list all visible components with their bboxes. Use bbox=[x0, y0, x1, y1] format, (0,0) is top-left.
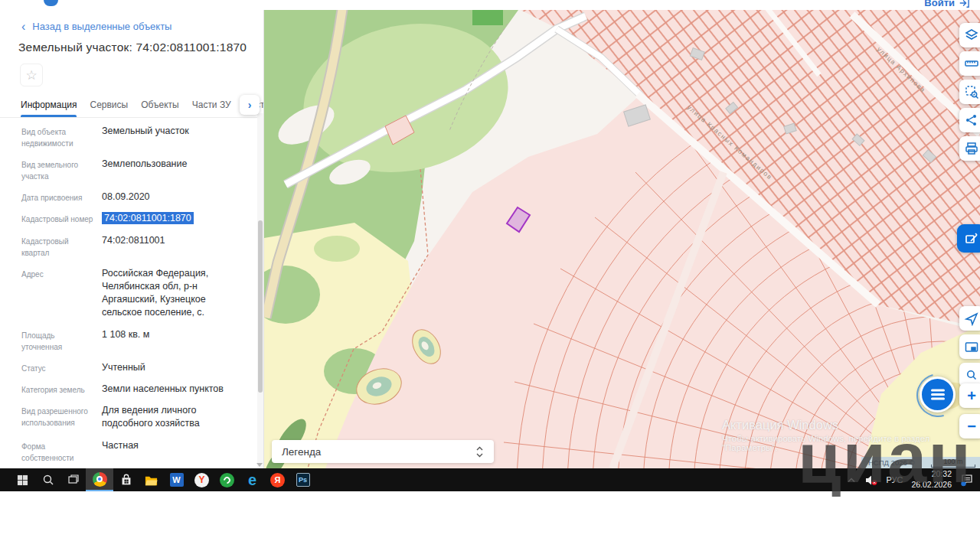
search-icon bbox=[42, 474, 54, 486]
app-header: Войти bbox=[0, 0, 980, 10]
tab-parts[interactable]: Части ЗУ bbox=[192, 93, 231, 117]
yandex-icon: Я bbox=[270, 473, 285, 487]
back-link-label: Назад в выделенные объекты bbox=[32, 21, 172, 32]
taskbar-app-chrome[interactable] bbox=[86, 468, 113, 491]
edge-icon: e bbox=[248, 472, 256, 487]
taskbar-app-edge[interactable]: e bbox=[240, 468, 265, 491]
attributes-list: Вид объекта недвижимости Земельный участ… bbox=[21, 125, 248, 468]
field-row: Вид разрешенного использования Для веден… bbox=[21, 404, 248, 431]
nspd-logo bbox=[44, 0, 58, 6]
legend-label: Легенда bbox=[282, 446, 321, 458]
scrollbar-down-arrow[interactable] bbox=[256, 463, 263, 467]
tray-date: 26.02.2026 bbox=[911, 480, 952, 491]
taskbar-app-yandex[interactable]: Я bbox=[265, 468, 290, 491]
map-tiles: улица Красных Командиров улица Архипова bbox=[264, 10, 980, 468]
start-button[interactable] bbox=[10, 468, 35, 491]
zoom-in-button[interactable]: + bbox=[959, 383, 980, 408]
layers-icon bbox=[964, 28, 979, 43]
taskbar-app-file-explorer[interactable] bbox=[139, 468, 164, 491]
layers-button[interactable] bbox=[959, 23, 980, 47]
field-row: Статус Учтенный bbox=[21, 361, 248, 374]
back-chevron-icon: ‹ bbox=[21, 22, 25, 31]
taskbar-search-button[interactable] bbox=[35, 468, 60, 491]
star-icon: ☆ bbox=[25, 67, 37, 83]
minus-icon: − bbox=[967, 419, 976, 433]
taskbar-apps: W Y e Я Ps bbox=[10, 468, 315, 491]
zoom-out-button[interactable]: − bbox=[959, 414, 980, 439]
ruler-icon bbox=[964, 56, 979, 71]
windows-taskbar: W Y e Я Ps РУС 20:32 26.02.2026 bbox=[0, 468, 980, 491]
word-icon: W bbox=[170, 473, 184, 487]
favorite-button[interactable]: ☆ bbox=[20, 64, 43, 86]
tab-objects[interactable]: Объекты bbox=[141, 93, 179, 117]
scale-label: 100 m bbox=[931, 458, 975, 465]
share-icon bbox=[964, 112, 979, 128]
field-row: Форма собственности Частная bbox=[21, 439, 248, 464]
print-button[interactable] bbox=[959, 136, 980, 161]
draw-tool-button-active[interactable] bbox=[957, 224, 980, 253]
search-area-icon bbox=[964, 367, 979, 383]
plus-icon: + bbox=[967, 389, 976, 403]
chat-lines-icon bbox=[931, 393, 945, 395]
2gis-icon bbox=[220, 473, 234, 487]
object-info-panel: ‹ Назад в выделенные объекты Земельный у… bbox=[0, 10, 264, 468]
chevron-right-icon: › bbox=[248, 99, 252, 111]
page-title: Земельный участок: 74:02:0811001:1870 bbox=[18, 41, 247, 54]
field-row: Вид земельного участка Землепользование bbox=[21, 158, 248, 182]
tab-bar: Информация Сервисы Объекты Части ЗУ Сост… bbox=[0, 93, 263, 118]
chat-fab-button[interactable] bbox=[920, 377, 956, 412]
action-center-icon[interactable] bbox=[960, 474, 974, 487]
field-row: Вид объекта недвижимости Земельный участ… bbox=[21, 125, 248, 149]
clock[interactable]: 20:32 26.02.2026 bbox=[911, 469, 952, 490]
file-explorer-icon bbox=[144, 473, 158, 487]
tab-services[interactable]: Сервисы bbox=[90, 93, 128, 117]
taskbar-app-word[interactable]: W bbox=[164, 468, 189, 491]
page: Войти ‹ Назад в выделенные объекты Земел… bbox=[0, 0, 980, 551]
language-indicator[interactable]: РУС bbox=[886, 475, 903, 484]
selected-text[interactable]: 74:02:0811001:1870 bbox=[102, 212, 194, 224]
legend-bar[interactable]: Легенда bbox=[272, 440, 494, 463]
attribution-text: НСПД 2026 © bbox=[868, 458, 914, 467]
hidden-icons-chevron[interactable] bbox=[847, 477, 856, 483]
mini-map-icon bbox=[964, 339, 979, 354]
scrollbar-thumb[interactable] bbox=[258, 220, 263, 393]
photoshop-icon: Ps bbox=[296, 473, 310, 487]
yandex-browser-icon: Y bbox=[194, 473, 209, 487]
volume-muted-icon[interactable] bbox=[864, 474, 877, 486]
field-row: Площадь уточненная 1 108 кв. м bbox=[21, 328, 248, 353]
share-button[interactable] bbox=[959, 108, 980, 132]
mini-map-button[interactable] bbox=[959, 334, 980, 359]
field-row: Категория земель Земли населенных пункто… bbox=[21, 383, 248, 396]
map-attribution: НСПД 2026 © 100 m bbox=[861, 457, 980, 468]
task-view-button[interactable] bbox=[60, 468, 86, 491]
task-view-icon bbox=[67, 474, 80, 486]
taskbar-app-microsoft-store[interactable] bbox=[113, 468, 139, 491]
blank-area bbox=[0, 491, 980, 551]
sidebar-scrollbar[interactable] bbox=[257, 113, 263, 468]
select-area-button[interactable] bbox=[959, 80, 980, 104]
scale-bar: 100 m bbox=[931, 458, 975, 468]
field-row-cadastral-number: Кадастровый номер 74:02:0811001:1870 bbox=[21, 212, 248, 225]
login-button[interactable]: Войти bbox=[924, 0, 969, 8]
map-canvas[interactable]: улица Красных Командиров улица Архипова bbox=[264, 10, 980, 468]
tabs-overflow-button[interactable]: › bbox=[240, 95, 260, 115]
tray-time: 20:32 bbox=[911, 469, 952, 480]
back-link[interactable]: ‹ Назад в выделенные объекты bbox=[21, 21, 172, 32]
login-arrow-icon bbox=[959, 0, 969, 8]
legend-toggle-button[interactable] bbox=[475, 445, 484, 458]
system-tray: РУС 20:32 26.02.2026 bbox=[847, 469, 980, 490]
microsoft-store-icon bbox=[119, 473, 133, 487]
ruler-button[interactable] bbox=[959, 51, 980, 76]
windows-logo-icon bbox=[17, 474, 28, 486]
tab-information[interactable]: Информация bbox=[21, 93, 77, 117]
taskbar-app-yandex-browser[interactable]: Y bbox=[189, 468, 214, 491]
taskbar-app-photoshop[interactable]: Ps bbox=[290, 468, 315, 491]
locate-icon bbox=[964, 311, 979, 326]
field-row: Кадастровый квартал 74:02:0811001 bbox=[21, 234, 248, 259]
draw-tool-icon bbox=[964, 231, 979, 246]
field-row: Адрес Российская Федерация, Челябинская … bbox=[21, 267, 248, 320]
locate-button[interactable] bbox=[959, 306, 980, 331]
chevron-up-down-icon bbox=[475, 445, 484, 458]
taskbar-app-2gis[interactable] bbox=[214, 468, 240, 491]
select-area-icon bbox=[964, 84, 979, 99]
